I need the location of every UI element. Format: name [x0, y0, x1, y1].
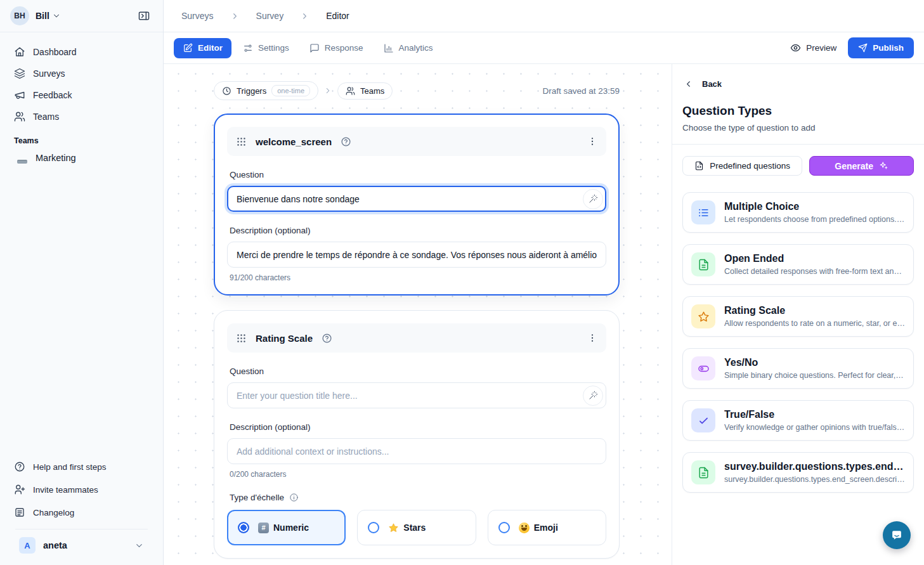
scale-option-emoji[interactable]: Emoji: [488, 510, 606, 545]
sidebar-item-label: Dashboard: [33, 47, 77, 57]
ai-rewrite-button[interactable]: [583, 189, 603, 209]
account-name: aneta: [43, 540, 67, 550]
tab-label: Editor: [198, 43, 223, 53]
question-type-description: Collect detailed responses with free-for…: [724, 267, 905, 276]
check-icon: [691, 408, 715, 432]
chevron-left-icon: [684, 79, 693, 89]
question-type-open-ended[interactable]: Open Ended Collect detailed responses wi…: [682, 244, 914, 285]
drag-handle-icon[interactable]: [236, 333, 247, 344]
divider: [672, 144, 924, 145]
breadcrumb-surveys[interactable]: Surveys: [181, 11, 214, 21]
footer-item-label: Invite teammates: [33, 485, 98, 495]
preview-label: Preview: [806, 43, 836, 53]
sidebar-item-feedback[interactable]: Feedback: [8, 84, 155, 106]
radio-selected[interactable]: [238, 522, 249, 533]
question-type-end-screen[interactable]: survey.builder.questions.types.end_scr..…: [682, 452, 914, 493]
question-title-input[interactable]: [227, 382, 606, 408]
scale-type-label-text: Type d'échelle: [230, 493, 284, 502]
breadcrumb: Surveys Survey Editor: [164, 0, 924, 32]
question-type-title: survey.builder.questions.types.end_scr..…: [724, 461, 905, 472]
file-text-icon: [691, 252, 715, 276]
generate-button[interactable]: Generate: [809, 156, 914, 176]
question-card-header: welcome_screen: [227, 127, 606, 156]
question-description-input[interactable]: [227, 438, 606, 464]
sidebar-item-help[interactable]: Help and first steps: [8, 455, 155, 478]
sidebar-item-changelog[interactable]: Changelog: [8, 501, 155, 524]
question-type-title: Open Ended: [724, 253, 905, 264]
preview-button[interactable]: Preview: [790, 42, 836, 53]
question-description-input[interactable]: [227, 242, 606, 268]
megaphone-icon: [14, 89, 25, 101]
back-button[interactable]: Back: [682, 79, 914, 89]
workspace-switcher[interactable]: BH Bill: [0, 0, 163, 32]
help-circle-icon[interactable]: [341, 136, 351, 147]
scale-option-numeric[interactable]: # Numeric: [227, 510, 346, 545]
tab-label: Analytics: [399, 43, 433, 53]
chat-support-button[interactable]: [883, 521, 911, 549]
scale-option-stars[interactable]: Stars: [357, 510, 476, 545]
star-emoji-icon: [388, 523, 399, 533]
chevron-right-icon: [300, 11, 309, 21]
scale-option-label: Stars: [403, 523, 426, 533]
team-label: Marketing: [36, 153, 76, 163]
chevron-down-icon: [52, 11, 61, 20]
kebab-menu-icon[interactable]: [587, 333, 597, 343]
chevron-down-icon: [134, 541, 144, 550]
sidebar-item-invite[interactable]: Invite teammates: [8, 478, 155, 501]
panel-toggle-icon: [138, 10, 150, 22]
ai-rewrite-button[interactable]: [583, 386, 603, 406]
triggers-chip[interactable]: Triggers one-time: [214, 81, 318, 100]
scale-option-label: Numeric: [273, 523, 309, 533]
question-card-welcome-screen[interactable]: welcome_screen Question: [214, 114, 620, 295]
tab-bar: Editor Settings Response Analytics Previ…: [164, 32, 924, 64]
clock-icon: [222, 86, 231, 96]
sidebar-collapse-button[interactable]: [134, 6, 154, 26]
help-circle-icon[interactable]: [322, 333, 332, 344]
eye-icon: [790, 42, 801, 53]
chevron-right-icon: [230, 11, 240, 21]
sidebar-item-dashboard[interactable]: Dashboard: [8, 41, 155, 63]
question-title-input[interactable]: [227, 186, 606, 212]
publish-label: Publish: [873, 43, 904, 53]
home-icon: [14, 46, 25, 58]
description-label: Description (optional): [230, 226, 604, 235]
kebab-menu-icon[interactable]: [587, 136, 597, 146]
tab-label: Response: [325, 43, 363, 53]
teams-chip[interactable]: Teams: [337, 82, 393, 100]
breadcrumb-survey[interactable]: Survey: [256, 11, 284, 21]
tab-settings[interactable]: Settings: [234, 38, 298, 58]
toggle-icon: [691, 356, 715, 380]
edit-icon: [183, 43, 193, 53]
sidebar-team-marketing[interactable]: Marketing: [8, 148, 155, 168]
question-type-yes-no[interactable]: Yes/No Simple binary choice questions. P…: [682, 348, 914, 389]
question-type-rating-scale[interactable]: Rating Scale Allow respondents to rate o…: [682, 296, 914, 337]
sidebar-item-label: Surveys: [33, 68, 65, 79]
tab-editor[interactable]: Editor: [174, 38, 231, 58]
triggers-label: Triggers: [237, 86, 266, 96]
question-type-multiple-choice[interactable]: Multiple Choice Let respondents choose f…: [682, 192, 914, 233]
tab-response[interactable]: Response: [301, 38, 372, 58]
send-icon: [858, 43, 868, 53]
workspace-avatar: BH: [10, 6, 29, 25]
users-icon: [346, 86, 355, 96]
radio-unselected[interactable]: [368, 522, 379, 533]
sidebar-item-teams[interactable]: Teams: [8, 106, 155, 127]
publish-button[interactable]: Publish: [848, 37, 914, 58]
account-menu[interactable]: A aneta: [15, 529, 148, 559]
question-card-header: Rating Scale: [227, 323, 606, 353]
question-card-rating-scale[interactable]: Rating Scale Question: [214, 310, 620, 559]
tab-analytics[interactable]: Analytics: [375, 38, 442, 58]
generate-label: Generate: [835, 161, 873, 171]
users-icon: [14, 111, 25, 122]
question-type-true-false[interactable]: True/False Verify knowledge or gather op…: [682, 400, 914, 441]
sliders-icon: [243, 43, 253, 53]
predefined-questions-button[interactable]: Predefined questions: [682, 156, 802, 176]
drag-handle-icon[interactable]: [236, 136, 247, 147]
sidebar-section-teams: Teams: [8, 127, 155, 148]
main-area: Surveys Survey Editor Editor Settings Re…: [164, 0, 924, 565]
char-count: 91/200 characters: [230, 273, 604, 282]
back-label: Back: [702, 79, 722, 89]
radio-unselected[interactable]: [498, 522, 510, 533]
sidebar-item-label: Feedback: [33, 90, 72, 100]
sidebar-item-surveys[interactable]: Surveys: [8, 63, 155, 84]
